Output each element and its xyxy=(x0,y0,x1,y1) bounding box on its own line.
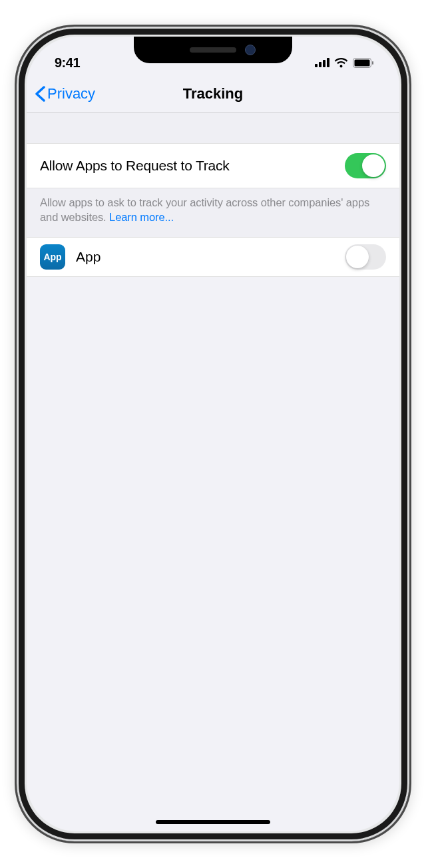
svg-rect-1 xyxy=(319,62,321,67)
allow-tracking-toggle[interactable] xyxy=(345,153,386,178)
allow-tracking-cell: Allow Apps to Request to Track xyxy=(27,143,399,188)
app-icon-text: App xyxy=(43,252,61,262)
switch-knob xyxy=(346,246,369,268)
status-time: 9:41 xyxy=(55,55,80,71)
allow-tracking-label: Allow Apps to Request to Track xyxy=(40,158,230,174)
phone-frame: 9:41 xyxy=(15,25,411,843)
cellular-icon xyxy=(315,58,329,67)
side-button xyxy=(409,226,411,306)
app-icon: App xyxy=(40,244,65,270)
content: Allow Apps to Request to Track Allow app… xyxy=(27,112,399,277)
volume-up-button xyxy=(15,213,17,265)
back-label: Privacy xyxy=(47,85,95,103)
home-indicator[interactable] xyxy=(156,820,270,824)
front-camera xyxy=(245,45,256,55)
group-spacer xyxy=(27,112,399,143)
speaker xyxy=(190,47,236,53)
silent-switch xyxy=(15,160,17,186)
svg-rect-6 xyxy=(372,61,373,65)
svg-rect-0 xyxy=(315,64,318,67)
status-icons xyxy=(315,58,374,68)
nav-bar: Privacy Tracking xyxy=(27,75,399,112)
app-tracking-toggle[interactable] xyxy=(345,244,386,270)
svg-rect-3 xyxy=(327,58,329,67)
app-name: App xyxy=(76,249,345,265)
battery-icon xyxy=(353,58,374,68)
wifi-icon xyxy=(334,58,348,68)
back-button[interactable]: Privacy xyxy=(35,85,95,103)
svg-rect-2 xyxy=(323,60,325,67)
volume-down-button xyxy=(15,278,17,330)
switch-knob xyxy=(362,154,385,177)
notch xyxy=(134,37,292,63)
learn-more-link[interactable]: Learn more... xyxy=(109,211,174,223)
screen: 9:41 xyxy=(27,37,399,831)
chevron-left-icon xyxy=(35,86,45,102)
svg-rect-5 xyxy=(355,59,370,66)
page-title: Tracking xyxy=(183,85,243,103)
footer-description: Allow apps to ask to track your activity… xyxy=(40,196,369,223)
app-tracking-cell: App App xyxy=(27,237,399,277)
footer-text: Allow apps to ask to track your activity… xyxy=(27,188,399,237)
